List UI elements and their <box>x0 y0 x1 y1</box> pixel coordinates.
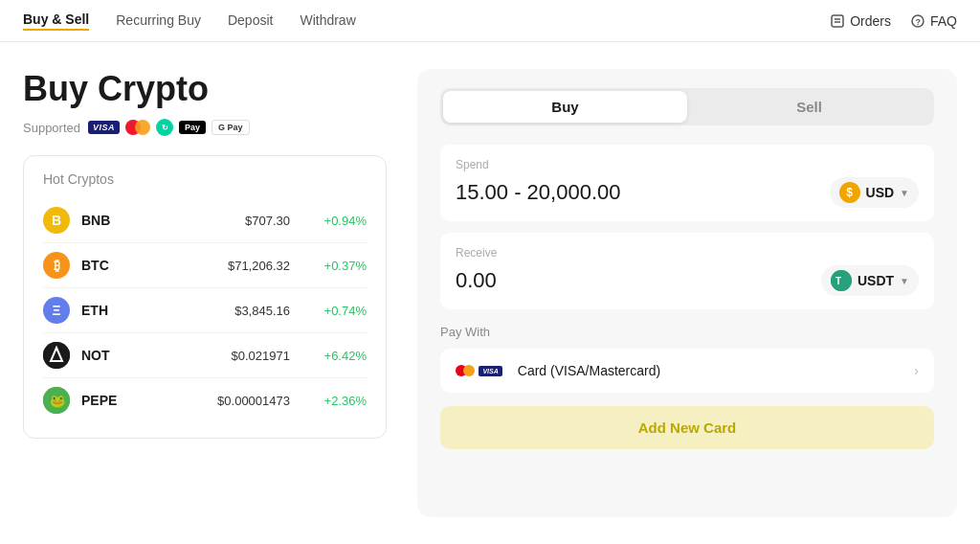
eth-icon: Ξ <box>43 297 70 324</box>
bnb-price: $707.30 <box>245 214 290 228</box>
revolut-icon: ↻ <box>156 119 173 136</box>
usdt-label: USDT <box>858 273 894 288</box>
visa-small-icon: VISA <box>479 366 501 376</box>
tab-sell[interactable]: Sell <box>687 91 931 123</box>
supported-label: Supported <box>23 121 80 135</box>
eth-name: ETH <box>81 303 129 318</box>
pepe-change: +2.36% <box>309 394 367 408</box>
usd-label: USD <box>866 185 895 200</box>
main-content: Buy Crypto Supported VISA ↻ Pay G Pay Ho… <box>0 42 980 544</box>
not-price: $0.021971 <box>232 349 290 363</box>
supported-row: Supported VISA ↻ Pay G Pay <box>23 119 387 136</box>
receive-label: Receive <box>456 246 919 260</box>
faq-label: FAQ <box>930 13 957 29</box>
left-panel: Buy Crypto Supported VISA ↻ Pay G Pay Ho… <box>23 69 387 517</box>
usdt-icon: T <box>831 270 852 291</box>
mastercard-small-icon <box>456 365 475 376</box>
svg-text:?: ? <box>915 17 921 27</box>
spend-value[interactable]: 15.00 - 20,000.00 <box>456 180 620 205</box>
spend-label: Spend <box>456 158 919 171</box>
receive-input-row: 0.00 T USDT ▼ <box>456 265 919 296</box>
nav-withdraw[interactable]: Withdraw <box>300 12 355 30</box>
crypto-row-bnb[interactable]: B BNB $707.30 +0.94% <box>43 198 367 243</box>
usdt-chevron-icon: ▼ <box>900 276 909 286</box>
trade-panel: Buy Sell Spend 15.00 - 20,000.00 $ USD ▼… <box>417 69 957 517</box>
tab-buy[interactable]: Buy <box>443 91 687 123</box>
nav-buy-sell[interactable]: Buy & Sell <box>23 11 89 31</box>
not-name: NOT <box>81 348 129 363</box>
svg-rect-0 <box>832 15 843 27</box>
payment-icons: VISA ↻ Pay G Pay <box>88 119 250 136</box>
btc-change: +0.37% <box>309 259 367 273</box>
svg-text:T: T <box>835 276 841 286</box>
crypto-row-eth[interactable]: Ξ ETH $3,845.16 +0.74% <box>43 288 367 333</box>
mastercard-icon <box>125 120 150 135</box>
tab-row: Buy Sell <box>440 88 934 125</box>
not-change: +6.42% <box>309 349 367 363</box>
pay-with-chevron-icon: › <box>914 363 919 378</box>
usd-currency-selector[interactable]: $ USD ▼ <box>830 177 919 208</box>
bnb-change: +0.94% <box>309 214 367 228</box>
pepe-price: $0.00001473 <box>217 394 290 408</box>
pay-with-label: Pay With <box>440 325 934 339</box>
usd-chevron-icon: ▼ <box>900 188 909 198</box>
svg-text:↻: ↻ <box>162 124 168 132</box>
orders-button[interactable]: Orders <box>830 13 891 29</box>
gpay-icon: G Pay <box>212 120 250 135</box>
bnb-name: BNB <box>81 213 129 228</box>
not-icon <box>43 342 70 369</box>
nav-deposit[interactable]: Deposit <box>228 12 273 30</box>
page-title: Buy Crypto <box>23 69 387 109</box>
hot-cryptos-title: Hot Cryptos <box>43 171 367 187</box>
eth-change: +0.74% <box>309 304 367 318</box>
pepe-icon: 🐸 <box>43 387 70 414</box>
receive-value[interactable]: 0.00 <box>456 268 497 293</box>
orders-icon <box>830 13 845 29</box>
btc-price: $71,206.32 <box>228 259 290 273</box>
nav-right-group: Orders ? FAQ <box>830 13 957 29</box>
bnb-icon: B <box>43 207 70 234</box>
svg-text:🐸: 🐸 <box>50 393 66 409</box>
btc-name: BTC <box>81 258 129 273</box>
usdt-currency-selector[interactable]: T USDT ▼ <box>821 265 919 296</box>
main-nav: Buy & Sell Recurring Buy Deposit Withdra… <box>0 0 980 42</box>
hot-cryptos-box: Hot Cryptos B BNB $707.30 +0.94% ₿ BTC $… <box>23 155 387 439</box>
btc-icon: ₿ <box>43 252 70 279</box>
faq-button[interactable]: ? FAQ <box>910 13 957 29</box>
faq-icon: ? <box>910 13 925 29</box>
receive-section: Receive 0.00 T USDT ▼ <box>440 233 934 309</box>
spend-section: Spend 15.00 - 20,000.00 $ USD ▼ <box>440 145 934 221</box>
pay-with-row[interactable]: VISA Card (VISA/Mastercard) › <box>440 349 934 393</box>
nav-recurring-buy[interactable]: Recurring Buy <box>116 12 201 30</box>
applepay-icon: Pay <box>179 121 206 134</box>
crypto-row-not[interactable]: NOT $0.021971 +6.42% <box>43 333 367 378</box>
pay-with-text: Card (VISA/Mastercard) <box>518 363 903 378</box>
crypto-row-pepe[interactable]: 🐸 PEPE $0.00001473 +2.36% <box>43 378 367 422</box>
orders-label: Orders <box>850 13 891 29</box>
pepe-name: PEPE <box>81 393 129 408</box>
visa-icon: VISA <box>88 121 120 134</box>
spend-input-row: 15.00 - 20,000.00 $ USD ▼ <box>456 177 919 208</box>
crypto-row-btc[interactable]: ₿ BTC $71,206.32 +0.37% <box>43 243 367 288</box>
eth-price: $3,845.16 <box>234 304 290 318</box>
usd-icon: $ <box>839 182 860 203</box>
add-new-card-button[interactable]: Add New Card <box>440 406 934 449</box>
card-icons: VISA <box>456 362 506 379</box>
